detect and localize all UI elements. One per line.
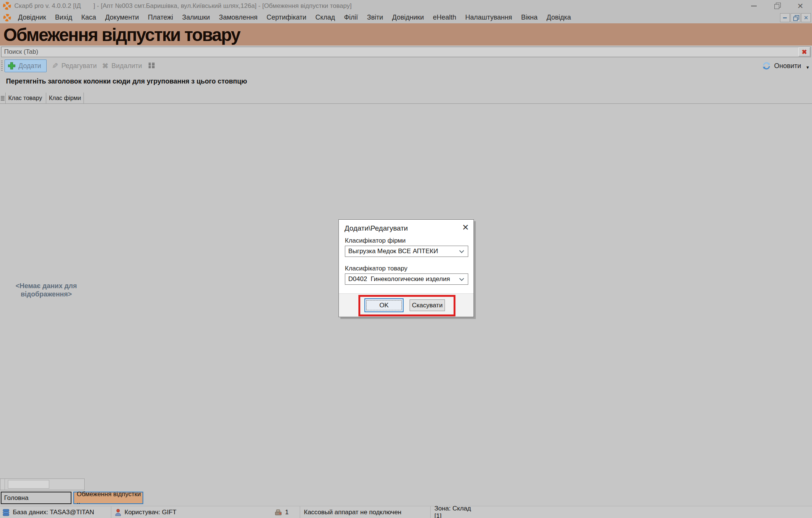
column-header-klas-firmy[interactable]: Клас фірми bbox=[46, 93, 84, 103]
title-bar: Скарб pro v. 4.0.0.2 [ІД ] - [Апт №003 с… bbox=[0, 0, 812, 12]
column-header-klas-tovaru[interactable]: Клас товару bbox=[6, 93, 46, 103]
close-icon: ✕ bbox=[797, 2, 804, 11]
menu-platezhi[interactable]: Платежі bbox=[143, 12, 178, 23]
menu-dovidka[interactable]: Довідка bbox=[542, 12, 575, 23]
menu-sklad[interactable]: Склад bbox=[311, 12, 340, 23]
minimize-button[interactable] bbox=[742, 0, 765, 12]
window-title: Скарб pro v. 4.0.0.2 [ІД ] - [Апт №003 с… bbox=[14, 2, 352, 10]
edit-button-label: Редагувати bbox=[61, 62, 97, 70]
menu-vikna[interactable]: Вікна bbox=[516, 12, 542, 23]
row-indicator-cell bbox=[0, 93, 6, 103]
menu-nalashtuvannya[interactable]: Налаштування bbox=[461, 12, 516, 23]
menu-bar: Довідник Вихід Каса Документи Платежі За… bbox=[0, 12, 812, 23]
restore-icon bbox=[775, 4, 779, 8]
cash-register-count-panel: 1 bbox=[222, 506, 300, 518]
toolbar-grip[interactable] bbox=[1, 61, 3, 71]
clear-search-icon: ✖ bbox=[801, 49, 807, 55]
refresh-button-label: Оновити bbox=[774, 62, 801, 70]
grid-header-row: Клас товару Клас фірми bbox=[0, 93, 812, 104]
column-chooser-icon[interactable] bbox=[147, 62, 156, 70]
mdi-minimize-icon bbox=[783, 17, 787, 18]
minimize-icon bbox=[751, 6, 757, 6]
cash-register-icon bbox=[275, 509, 282, 516]
mdi-close-icon: ✕ bbox=[804, 15, 808, 21]
mdi-restore-button[interactable] bbox=[791, 13, 800, 22]
add-button[interactable]: Додати bbox=[5, 59, 47, 72]
refresh-button[interactable]: Оновити ▼ bbox=[762, 58, 810, 73]
page-title: Обмеження відпустки товару bbox=[0, 24, 240, 45]
zone-label: Зона: Склад [1] bbox=[434, 505, 472, 518]
product-classifier-value: D0402 Гинекологические изделия bbox=[345, 275, 460, 283]
refresh-icon bbox=[762, 61, 771, 70]
dialog-close-button[interactable]: ✕ bbox=[462, 223, 469, 232]
menu-logo-icon bbox=[3, 14, 11, 22]
close-button[interactable]: ✕ bbox=[789, 0, 812, 12]
product-classifier-select[interactable]: D0402 Гинекологические изделия bbox=[345, 273, 468, 285]
app-logo-icon bbox=[3, 2, 11, 10]
dialog-footer bbox=[339, 293, 474, 317]
add-edit-dialog: Додати\Редагувати ✕ Класифікатор фірми В… bbox=[338, 219, 474, 317]
edit-button[interactable]: ✎ Редагувати bbox=[52, 61, 97, 70]
product-chevron-down-icon bbox=[459, 276, 464, 281]
cash-register-count: 1 bbox=[285, 509, 288, 516]
cash-register-status: Кассовый аппарат не подключен bbox=[304, 509, 401, 516]
menu-ehealth[interactable]: eHealth bbox=[428, 12, 461, 23]
database-panel: База даних: TASA3@TITAN bbox=[0, 506, 111, 518]
menu-dokumenty[interactable]: Документи bbox=[100, 12, 143, 23]
search-bar: ✖ bbox=[1, 47, 811, 57]
dialog-title: Додати\Редагувати bbox=[345, 224, 408, 232]
empty-data-line2: відображення> bbox=[14, 290, 78, 299]
menu-dovidnyk[interactable]: Довідник bbox=[14, 12, 50, 23]
status-bar: База даних: TASA3@TITAN Користувач: GIFT… bbox=[0, 506, 812, 518]
mdi-window-controls: ✕ bbox=[780, 13, 811, 22]
menu-zvity[interactable]: Звіти bbox=[363, 12, 388, 23]
zone-panel: Зона: Склад [1] bbox=[431, 506, 472, 518]
group-by-hint: Перетягніть заголовок колонки сюди для у… bbox=[6, 77, 247, 85]
firm-chevron-down-icon bbox=[459, 248, 464, 253]
add-button-label: Додати bbox=[18, 62, 41, 70]
add-plus-icon bbox=[8, 62, 15, 70]
dock-scrollbar[interactable] bbox=[0, 479, 85, 490]
cancel-button[interactable]: Скасувати bbox=[410, 299, 445, 311]
ok-button[interactable]: OK bbox=[364, 298, 404, 312]
user-label: Користувач: GIFT bbox=[124, 509, 176, 516]
product-classifier-label: Класифікатор товару bbox=[345, 265, 407, 272]
menu-zamovlennya[interactable]: Замовлення bbox=[214, 12, 262, 23]
user-icon bbox=[115, 509, 121, 516]
mdi-restore-icon bbox=[794, 16, 798, 20]
refresh-dropdown-icon[interactable]: ▼ bbox=[806, 65, 810, 70]
edit-pencil-icon: ✎ bbox=[52, 61, 58, 70]
firm-classifier-value: Выгрузка Медок ВСЕ АПТЕКИ bbox=[345, 248, 460, 255]
delete-button-label: Видалити bbox=[111, 62, 142, 70]
empty-data-message: <Немає даних для відображення> bbox=[14, 282, 78, 298]
empty-data-line1: <Немає даних для bbox=[14, 282, 78, 290]
row-indicator-icon bbox=[1, 96, 5, 101]
window-controls: ✕ bbox=[742, 0, 812, 12]
app-window: Скарб pro v. 4.0.0.2 [ІД ] - [Апт №003 с… bbox=[0, 0, 812, 518]
menu-sertyfikaty[interactable]: Сертифікати bbox=[262, 12, 311, 23]
mdi-close-button[interactable]: ✕ bbox=[801, 13, 811, 22]
menu-filii[interactable]: Філії bbox=[340, 12, 363, 23]
menu-dovidnyky[interactable]: Довідники bbox=[388, 12, 428, 23]
toolbar: Додати ✎ Редагувати ✖ Видалити Оновити ▼ bbox=[0, 58, 812, 73]
restore-button[interactable] bbox=[765, 0, 789, 12]
clear-search-button[interactable]: ✖ bbox=[798, 47, 810, 56]
menu-zalyshky[interactable]: Залишки bbox=[178, 12, 214, 23]
menu-kasa[interactable]: Каса bbox=[77, 12, 101, 23]
menu-vykhid[interactable]: Вихід bbox=[50, 12, 77, 23]
search-input[interactable] bbox=[2, 47, 798, 57]
dock-scrollbar-left-cap bbox=[0, 479, 5, 490]
firm-classifier-select[interactable]: Выгрузка Медок ВСЕ АПТЕКИ bbox=[345, 246, 468, 257]
database-icon bbox=[2, 509, 10, 516]
delete-button[interactable]: ✖ Видалити bbox=[102, 61, 142, 70]
cash-register-status-panel: Кассовый аппарат не подключен bbox=[300, 506, 430, 518]
user-panel: Користувач: GIFT bbox=[111, 506, 222, 518]
tab-holovna[interactable]: Головна bbox=[1, 492, 71, 504]
page-header-band: Обмеження відпустки товару bbox=[0, 23, 812, 46]
tab-obmezhennya-vidpustky[interactable]: Обмеження відпустки .. bbox=[73, 492, 143, 504]
delete-x-icon: ✖ bbox=[102, 61, 108, 70]
firm-classifier-label: Класифікатор фірми bbox=[345, 237, 406, 245]
mdi-minimize-button[interactable] bbox=[780, 13, 790, 22]
document-tabs: Головна Обмеження відпустки .. bbox=[0, 492, 812, 506]
dock-scrollbar-thumb[interactable] bbox=[8, 480, 49, 489]
